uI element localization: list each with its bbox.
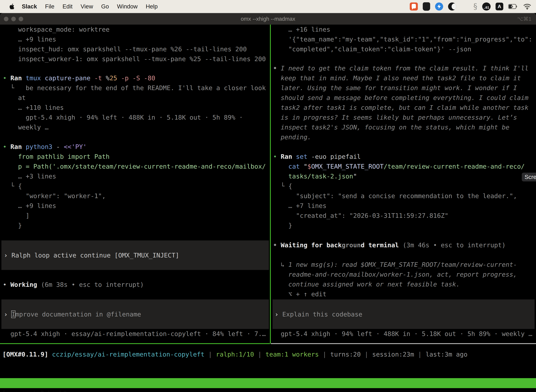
omx-turns: turns:20 (330, 351, 364, 358)
omx-team: team:1 workers (266, 351, 323, 358)
menu-edit[interactable]: Edit (62, 3, 72, 10)
thinking-line: task2 after task1 is complete, but can I… (273, 103, 536, 112)
code-line: p = Path('.omx/state/team/review-current… (3, 162, 270, 171)
battery-icon[interactable] (508, 4, 518, 9)
menu-file[interactable]: File (45, 3, 54, 10)
prompt-input-left[interactable]: › Improve documentation in @filename (1, 299, 269, 329)
wifi-icon[interactable] (523, 3, 531, 10)
output-block: … +16 lines '{"team_name":"my-team","tas… (273, 25, 536, 54)
model-status-line: gpt-5.4 xhigh · 94% left · 488K in · 5.1… (273, 329, 536, 339)
thinking-line: pending. (273, 132, 536, 142)
omx-status-bar: [OMX#0.11.9] cczip/essay/ai-reimplementa… (2, 350, 467, 359)
output-lines: └ be necessary for the end of the README… (3, 83, 270, 132)
omx-last: last:3m ago (426, 351, 467, 358)
ran-set-line: • Ran set -euo pipefail (273, 152, 536, 162)
thinking-line: inspect task2's JSON, focusing on the st… (273, 122, 536, 132)
output-line: gpt-5.4 xhigh · 94% left · 488K in · 5.1… (3, 112, 270, 122)
output-line: '{"team_name":"my-team","task_id":"1","f… (273, 34, 536, 44)
menu-window[interactable]: Window (117, 3, 138, 10)
keypad-icon[interactable] (423, 2, 430, 11)
output-line: … +7 lines (273, 201, 536, 211)
timer-badge-icon[interactable]: ..61 (482, 2, 491, 10)
output-line: … +9 lines (3, 34, 270, 44)
output-line: … +3 lines (3, 171, 270, 181)
pane-divider[interactable] (270, 25, 271, 344)
output-line: } (273, 221, 536, 230)
pane-border-bottom-left (0, 343, 270, 344)
output-line: at (3, 93, 270, 103)
input-placeholder: mprove documentation in @filename (15, 311, 141, 318)
output-line: inspect_worker-1: omx sparkshell --tmux-… (3, 54, 270, 64)
menu-go[interactable]: Go (101, 3, 109, 10)
edit-hint: ⌥ + ↑ edit (273, 289, 536, 299)
menu-help[interactable]: Help (146, 3, 158, 10)
tmux-status-bar: [omx-cczip0:bash* "MacBook-Pro-44.local"… (0, 378, 536, 388)
python-code-lines: from pathlib import Path p = Path('.omx/… (3, 152, 270, 171)
output-line: └ be necessary for the end of the README… (3, 83, 270, 93)
prompt-input-right[interactable]: › Explain this codebase (273, 299, 535, 329)
cat-output-lines: └ { "subject": "send a concise recommend… (273, 181, 536, 230)
input-source-icon[interactable]: A (496, 3, 503, 10)
omx-project: cczip/essay/ai-reimplementation-copyleft (52, 351, 208, 358)
separator: | (418, 351, 426, 358)
moon-icon[interactable] (448, 2, 456, 10)
output-line: "created_at": "2026-03-31T11:59:27.816Z" (273, 211, 536, 221)
tmux-session-name[interactable]: [omx-cczip0:bash* (2, 388, 67, 392)
output-line: ] (3, 211, 270, 221)
output-line: … +9 lines (3, 201, 270, 211)
terminal-window: workspace_mode: worktree … +9 lines insp… (0, 25, 536, 392)
prompt-chevron: › (275, 311, 282, 318)
message-line: readme-and-reco/mailbox/worker-1.json, a… (273, 270, 536, 280)
status-icons: § ..61 A (410, 2, 531, 11)
output-line: "completed","claim_token":"claim-token"}… (273, 44, 536, 54)
output-line: workspace_mode: worktree (3, 25, 270, 34)
omx-session: session:23m (372, 351, 418, 358)
ran-tmux-line: • Ran tmux capture-pane -t %25 -p -S -80 (3, 73, 270, 83)
menu-view[interactable]: View (81, 3, 93, 10)
text-cursor: I (11, 311, 15, 318)
output-line: └ { (3, 181, 270, 191)
app-menu-slack[interactable]: Slack (22, 3, 37, 10)
ran-python-line: • Ran python3 - <<'PY' (3, 142, 270, 152)
model-status-block: gpt-5.4 xhigh · essay/ai-reimplementatio… (3, 329, 270, 339)
output-block: workspace_mode: worktree … +9 lines insp… (3, 25, 270, 64)
pane-leader: workspace_mode: worktree … +9 lines insp… (0, 25, 270, 344)
window-shortcut: ⌥⌘1 (517, 13, 531, 25)
output-line: … +16 lines (273, 25, 536, 34)
input-placeholder: Explain this codebase (282, 311, 362, 318)
thinking-lines: keep that in mind. Maybe I also need the… (273, 73, 536, 142)
dots-grid-icon[interactable] (461, 3, 469, 10)
prompt-chevron: › (4, 311, 11, 318)
omx-ralph: ralph:1/10 (216, 351, 258, 358)
apple-menu-icon[interactable] (9, 3, 14, 10)
python-output-lines: … +3 lines └ { "worker": "worker-1", … +… (3, 171, 270, 230)
ralph-banner-text: Ralph loop active continue [OMX_TMUX_INJ… (11, 252, 179, 259)
thinking-line: • I need to get the claim token from the… (273, 63, 536, 73)
prompt-chevron: › (4, 252, 11, 259)
waiting-status: • Waiting for background terminal (3m 46… (273, 240, 536, 250)
screen-recording-icon[interactable] (410, 2, 418, 10)
thinking-line: later. Using the same for transition mig… (273, 83, 536, 93)
menu-bar: Slack File Edit View Go Window Help § ..… (0, 0, 536, 13)
separator: | (323, 351, 330, 358)
message-line: ↳ 1 new msg(s): read $OMX_TEAM_STATE_ROO… (273, 260, 536, 270)
squiggle-icon[interactable]: § (474, 2, 477, 10)
model-status-block: gpt-5.4 xhigh · 94% left · 488K in · 5.1… (273, 329, 536, 339)
working-status: • Working (6m 38s • esc to interrupt) (3, 280, 270, 289)
bolt-app-icon[interactable] (435, 2, 443, 10)
output-line: inspect_hud: omx sparkshell --tmux-pane … (3, 44, 270, 54)
message-line: continue assigned work or next feasible … (273, 280, 536, 289)
cat-command-line: cat "$OMX_TEAM_STATE_ROOT/team/review-cu… (273, 162, 536, 171)
cat-command-line2: tasks/task-2.json" (273, 171, 536, 181)
waiting-status-block: • Waiting for background terminal (3m 46… (273, 240, 536, 250)
output-line: └ { (273, 181, 536, 191)
ran-python-block: • Ran python3 - <<'PY' from pathlib impo… (3, 142, 270, 230)
ralph-loop-banner: › Ralph loop active continue [OMX_TMUX_I… (1, 240, 269, 270)
output-line: … +110 lines (3, 103, 270, 112)
pane-border-bottom-right (271, 343, 536, 344)
ran-tmux-block: • Ran tmux capture-pane -t %25 -p -S -80… (3, 73, 270, 132)
output-line: weekly … (3, 122, 270, 132)
window-title: omx --xhigh --madmax (0, 13, 536, 25)
output-line: "worker": "worker-1", (3, 191, 270, 201)
thinking-line: keep that in mind. Maybe I also need the… (273, 73, 536, 83)
